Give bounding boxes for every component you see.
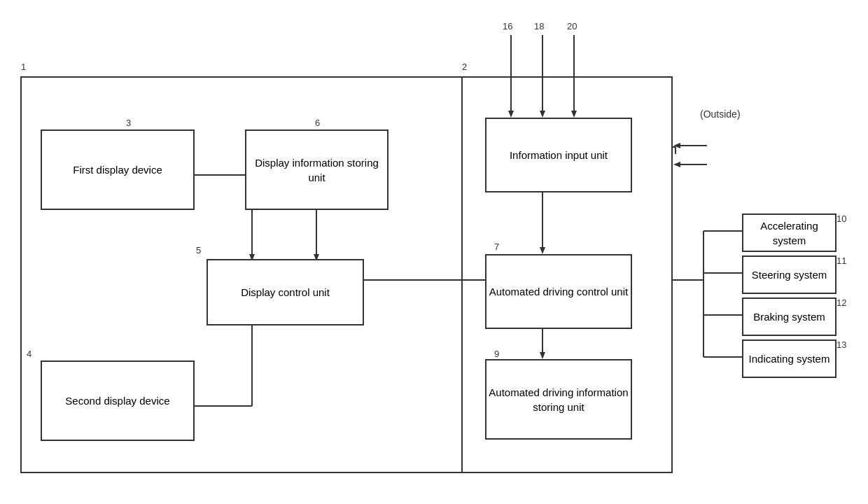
- svg-marker-3: [508, 111, 514, 118]
- label-1: 1: [21, 62, 26, 72]
- svg-marker-17: [540, 352, 545, 359]
- label-4: 4: [27, 349, 31, 359]
- display-control-box: Display control unit: [206, 259, 364, 326]
- braking-label: Braking system: [753, 309, 825, 324]
- display-info-storing-box: Display information storing unit: [245, 130, 388, 210]
- label-7: 7: [494, 241, 499, 252]
- label-16: 16: [503, 21, 512, 31]
- svg-marker-7: [571, 111, 577, 118]
- braking-system-box: Braking system: [742, 298, 836, 336]
- label-5: 5: [196, 245, 201, 255]
- first-display-device-box: First display device: [41, 130, 195, 210]
- svg-marker-11: [673, 143, 680, 148]
- label-3: 3: [126, 118, 131, 128]
- indicating-system-box: Indicating system: [742, 340, 836, 378]
- label-outside: (Outside): [700, 108, 741, 120]
- svg-marker-15: [540, 247, 545, 254]
- info-input-label: Information input unit: [510, 148, 608, 162]
- label-20: 20: [567, 21, 577, 31]
- second-display-device-box: Second display device: [41, 360, 195, 441]
- automated-driving-info-label: Automated driving information storing un…: [486, 385, 631, 414]
- display-control-label: Display control unit: [241, 285, 330, 300]
- accelerating-label: Accelerating system: [743, 218, 835, 248]
- display-info-storing-label: Display information storing unit: [246, 155, 387, 185]
- label-9: 9: [494, 349, 499, 359]
- label-18: 18: [534, 21, 544, 31]
- label-11: 11: [836, 255, 846, 266]
- label-2: 2: [462, 62, 467, 72]
- automated-driving-control-label: Automated driving control unit: [489, 284, 628, 299]
- svg-marker-13: [673, 162, 680, 167]
- svg-marker-5: [540, 111, 545, 118]
- automated-driving-control-box: Automated driving control unit: [485, 254, 632, 329]
- accelerating-system-box: Accelerating system: [742, 214, 836, 252]
- label-13: 13: [836, 340, 846, 350]
- label-6: 6: [315, 118, 320, 128]
- steering-label: Steering system: [752, 267, 827, 282]
- steering-system-box: Steering system: [742, 255, 836, 294]
- indicating-label: Indicating system: [749, 351, 830, 366]
- label-12: 12: [836, 298, 846, 308]
- second-display-device-label: Second display device: [65, 393, 169, 408]
- info-input-box: Information input unit: [485, 118, 632, 192]
- first-display-device-label: First display device: [73, 162, 162, 177]
- automated-driving-info-box: Automated driving information storing un…: [485, 359, 632, 440]
- label-10: 10: [836, 214, 846, 224]
- diagram: 1 2 3 4 5 6 7 8 9 10 11 12 13 16 18 20 (…: [0, 0, 868, 504]
